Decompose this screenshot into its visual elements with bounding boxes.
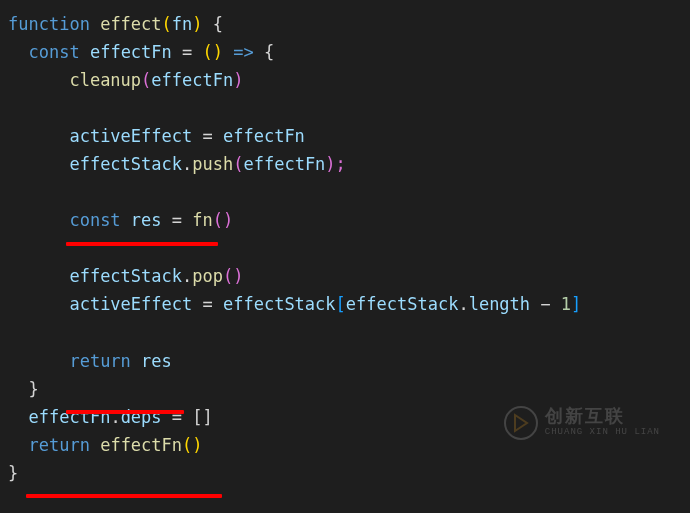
var-res: res <box>131 210 162 230</box>
code-block: function effect(fn) { const effectFn = (… <box>8 10 682 487</box>
var-activeeffect: activeEffect <box>69 126 192 146</box>
fn-effect: effect <box>100 14 161 34</box>
kw-const: const <box>28 42 79 62</box>
highlight-underline <box>66 242 218 246</box>
fn-cleanup: cleanup <box>69 70 141 90</box>
fn-call: fn <box>192 210 212 230</box>
highlight-underline <box>26 494 222 498</box>
fn-push: push <box>192 154 233 174</box>
fn-pop: pop <box>192 266 223 286</box>
kw-function: function <box>8 14 90 34</box>
highlight-underline <box>66 410 184 414</box>
var-effectstack: effectStack <box>69 154 182 174</box>
var-effectfn: effectFn <box>90 42 172 62</box>
kw-return: return <box>69 351 130 371</box>
